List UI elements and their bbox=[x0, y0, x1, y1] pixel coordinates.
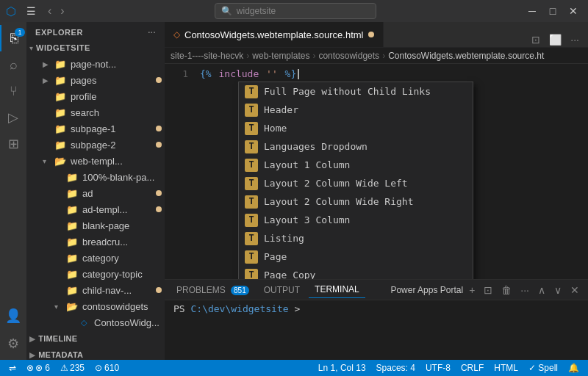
template-icon: T bbox=[245, 140, 258, 153]
problems-label: PROBLEMS bbox=[176, 285, 226, 295]
list-item[interactable]: 📁 category bbox=[26, 250, 165, 266]
template-icon: T bbox=[245, 177, 258, 190]
problems-badge: 851 bbox=[231, 286, 249, 295]
autocomplete-item[interactable]: T Layout 1 Column bbox=[239, 156, 473, 174]
autocomplete-item[interactable]: T Full Page without Child Links bbox=[239, 82, 473, 101]
autocomplete-item[interactable]: T Listing bbox=[239, 229, 473, 247]
toggle-panel-button[interactable]: ⬜ bbox=[546, 32, 564, 47]
autocomplete-label: Layout 3 Column bbox=[264, 213, 350, 227]
minimize-button[interactable]: ─ bbox=[523, 3, 541, 19]
list-item[interactable]: ▾ 📂 contosowidgets bbox=[26, 298, 165, 314]
activity-source-control[interactable]: ⑂ bbox=[0, 78, 26, 104]
status-language[interactable]: HTML bbox=[491, 363, 521, 373]
global-search-box[interactable]: 🔍 widgetsite bbox=[215, 3, 376, 19]
spacer-icon bbox=[54, 173, 65, 181]
spacer-icon bbox=[54, 238, 65, 246]
activity-extensions[interactable]: ⊞ bbox=[0, 131, 26, 157]
panel-minimize-button[interactable]: ∨ bbox=[551, 283, 564, 297]
modified-dot bbox=[156, 287, 162, 293]
autocomplete-item[interactable]: T Layout 2 Column Wide Right bbox=[239, 192, 473, 211]
list-item[interactable]: 📁 profile bbox=[26, 88, 165, 104]
more-panel-actions-button[interactable]: ··· bbox=[517, 283, 532, 297]
template-icon: T bbox=[245, 269, 258, 280]
autocomplete-dropdown: T Full Page without Child Links T Header… bbox=[238, 82, 473, 279]
info-count: 610 bbox=[104, 363, 119, 373]
vscode-logo-icon: ⬡ bbox=[6, 4, 21, 18]
list-item[interactable]: 📁 category-topic bbox=[26, 266, 165, 282]
panel-tab-output[interactable]: OUTPUT bbox=[258, 282, 306, 298]
status-line-ending[interactable]: CRLF bbox=[458, 363, 487, 373]
folder-icon: 📁 bbox=[66, 203, 78, 215]
close-button[interactable]: ✕ bbox=[564, 3, 582, 19]
new-terminal-button[interactable]: + bbox=[466, 283, 478, 297]
list-item[interactable]: 📁 subpage-2 bbox=[26, 137, 165, 153]
breadcrumb-part-4[interactable]: ContosoWidgets.webtemplate.source.ht bbox=[388, 51, 544, 61]
activity-run[interactable]: ▷ bbox=[0, 104, 26, 131]
terminal-content[interactable]: PS C:\dev\widgetsite > bbox=[165, 300, 588, 360]
autocomplete-item[interactable]: T Home bbox=[239, 119, 473, 137]
breadcrumb-part-2[interactable]: web-templates bbox=[252, 51, 309, 61]
autocomplete-item[interactable]: T Page bbox=[239, 247, 473, 266]
sidebar-title: EXPLORER bbox=[35, 28, 83, 37]
status-remote[interactable]: ⇌ bbox=[6, 363, 19, 373]
status-spaces[interactable]: Spaces: 4 bbox=[373, 363, 418, 373]
status-notifications[interactable]: 🔔 bbox=[565, 363, 582, 373]
folder-icon: 📁 bbox=[54, 58, 66, 70]
section-timeline[interactable]: ▶ TIMELINE bbox=[26, 330, 165, 347]
status-spell[interactable]: ✓ Spell bbox=[526, 363, 561, 373]
warning-icon: ⚠ bbox=[60, 363, 68, 373]
breadcrumb-part-1[interactable]: site-1----site-hecvk bbox=[171, 51, 243, 61]
autocomplete-item[interactable]: T Page Copy bbox=[239, 266, 473, 279]
panel-tab-bar: PROBLEMS 851 OUTPUT TERMINAL Power Apps … bbox=[165, 280, 588, 300]
status-info[interactable]: ⊙ 610 bbox=[92, 363, 122, 373]
run-icon: ▷ bbox=[8, 109, 18, 126]
list-item[interactable]: 📁 ad bbox=[26, 185, 165, 201]
status-warnings[interactable]: ⚠ 235 bbox=[57, 363, 87, 373]
editor-content[interactable]: 1 {% include '' %} T Full Page without C… bbox=[165, 64, 588, 279]
nav-buttons: ‹ › bbox=[45, 3, 68, 19]
code-area[interactable]: {% include '' %} T Full Page without Chi… bbox=[194, 64, 588, 279]
section-metadata[interactable]: ▶ METADATA bbox=[26, 347, 165, 360]
menu-icon[interactable]: ☰ bbox=[26, 5, 36, 17]
autocomplete-label: Layout 2 Column Wide Left bbox=[264, 176, 408, 190]
sidebar-header-actions[interactable]: ··· bbox=[148, 28, 156, 37]
autocomplete-item[interactable]: T Layout 2 Column Wide Left bbox=[239, 174, 473, 192]
panel-tab-problems[interactable]: PROBLEMS 851 bbox=[171, 282, 255, 298]
tree-root-widgetsite[interactable]: ▾ WIDGETSITE bbox=[26, 40, 165, 56]
activity-account[interactable]: 👤 bbox=[0, 303, 26, 329]
nav-forward-button[interactable]: › bbox=[57, 3, 67, 19]
list-item[interactable]: 📁 search bbox=[26, 104, 165, 120]
split-terminal-button[interactable]: ⊡ bbox=[481, 283, 495, 297]
activity-search[interactable]: ⌕ bbox=[0, 51, 26, 78]
autocomplete-item[interactable]: T Header bbox=[239, 101, 473, 119]
split-editor-button[interactable]: ⊡ bbox=[528, 32, 543, 47]
autocomplete-item[interactable]: T Languages Dropdown bbox=[239, 137, 473, 156]
activity-settings[interactable]: ⚙ bbox=[0, 330, 26, 357]
breadcrumb-part-3[interactable]: contosowidgets bbox=[318, 51, 379, 61]
list-item[interactable]: ▾ 📂 web-templ... bbox=[26, 153, 165, 169]
panel-close-button[interactable]: ✕ bbox=[567, 283, 582, 297]
activity-bar: ⎘ 1 ⌕ ⑂ ▷ ⊞ 👤 ⚙ bbox=[0, 22, 26, 360]
list-item[interactable]: 📁 blank-page bbox=[26, 217, 165, 234]
extensions-icon: ⊞ bbox=[8, 136, 19, 152]
panel-maximize-button[interactable]: ∧ bbox=[535, 283, 548, 297]
list-item[interactable]: 📁 ad-templ... bbox=[26, 201, 165, 217]
list-item[interactable]: 📁 subpage-1 bbox=[26, 120, 165, 137]
list-item[interactable]: ▶ 📁 pages bbox=[26, 72, 165, 88]
nav-back-button[interactable]: ‹ bbox=[45, 3, 54, 19]
status-errors[interactable]: ⊗ ⊗ 6 bbox=[24, 363, 53, 373]
list-item[interactable]: ◇ ContosoWidg... bbox=[26, 314, 165, 330]
autocomplete-item[interactable]: T Layout 3 Column bbox=[239, 211, 473, 229]
editor-tab-active[interactable]: ◇ ContosoWidgets.webtemplate.source.html bbox=[165, 22, 384, 47]
activity-explorer[interactable]: ⎘ 1 bbox=[0, 25, 26, 51]
kill-terminal-button[interactable]: 🗑 bbox=[498, 283, 514, 297]
more-actions-button[interactable]: ··· bbox=[567, 32, 582, 47]
list-item[interactable]: 📁 child-nav-... bbox=[26, 282, 165, 298]
list-item[interactable]: 📁 100%-blank-pa... bbox=[26, 169, 165, 185]
list-item[interactable]: ▶ 📁 page-not... bbox=[26, 56, 165, 72]
status-ln-col[interactable]: Ln 1, Col 13 bbox=[315, 363, 369, 373]
panel-tab-terminal[interactable]: TERMINAL bbox=[309, 281, 365, 298]
list-item[interactable]: 📁 breadcru... bbox=[26, 234, 165, 250]
maximize-button[interactable]: □ bbox=[544, 3, 562, 19]
status-encoding[interactable]: UTF-8 bbox=[423, 363, 453, 373]
